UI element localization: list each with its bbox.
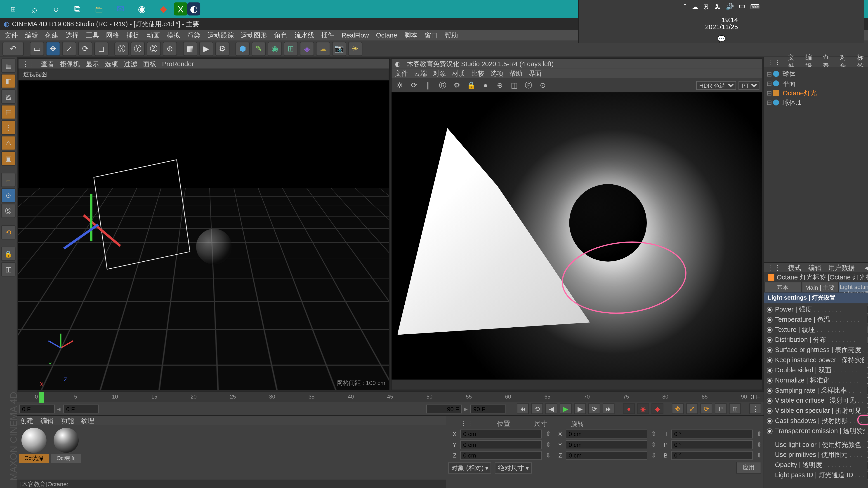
c4d-icon[interactable]: ◐: [187, 2, 200, 15]
material-item[interactable]: Oct镜面: [51, 428, 81, 463]
mail-icon[interactable]: ✉: [110, 0, 131, 18]
menu-item[interactable]: 编辑: [25, 31, 38, 40]
perspective-viewport[interactable]: ⋮⋮ 查看 摄像机 显示 选项 过滤 面板 ProRender 透视视图: [18, 58, 390, 390]
menu-item[interactable]: 工具: [86, 31, 99, 40]
tray-shield-icon[interactable]: ⛨: [703, 3, 710, 10]
menu-item[interactable]: Octane: [376, 32, 397, 39]
coord-field[interactable]: [460, 429, 542, 438]
vp-menu-item[interactable]: 选项: [490, 69, 503, 78]
panel-handle-icon[interactable]: ⋮⋮: [768, 264, 781, 271]
autokey-button[interactable]: ◉: [637, 403, 649, 414]
vp-menu-item[interactable]: 面板: [143, 59, 156, 68]
point-mode-icon[interactable]: ⋮: [1, 121, 16, 135]
checkbox[interactable]: [867, 347, 868, 353]
menu-item[interactable]: 动画: [147, 31, 160, 40]
tray-volume-icon[interactable]: 🔊: [726, 3, 734, 11]
anim-radio[interactable]: [767, 378, 772, 383]
coords-size-dropdown[interactable]: 绝对尺寸 ▾: [495, 462, 532, 473]
anim-radio[interactable]: [767, 367, 772, 373]
materials-menu-item[interactable]: 纹理: [81, 416, 94, 425]
menu-item[interactable]: RealFlow: [342, 32, 369, 39]
goto-end-button[interactable]: ⏭: [602, 403, 615, 414]
number-field[interactable]: [867, 461, 868, 469]
anim-radio[interactable]: [767, 347, 772, 353]
menu-item[interactable]: 渲染: [187, 31, 200, 40]
key-param-button[interactable]: P: [715, 403, 727, 414]
attr-menu-item[interactable]: 模式: [788, 263, 801, 272]
material-item[interactable]: Oct光泽: [19, 428, 49, 463]
keyframe-sel-button[interactable]: ◆: [651, 403, 663, 414]
materials-menu-item[interactable]: 编辑: [40, 416, 54, 425]
kernel-dropdown[interactable]: PT: [739, 80, 759, 90]
select-tool[interactable]: ▭: [30, 41, 44, 56]
start-button[interactable]: ⊞: [2, 0, 24, 18]
menu-item[interactable]: 插件: [321, 31, 334, 40]
checkbox[interactable]: [867, 397, 868, 404]
vp-menu-item[interactable]: 选项: [105, 59, 118, 68]
tree-row[interactable]: ⊟平面✓·: [767, 78, 868, 88]
key-rot-button[interactable]: ⟳: [700, 403, 712, 414]
camera-icon[interactable]: ◫: [508, 79, 520, 91]
light-button[interactable]: ☀: [348, 41, 362, 56]
tree-row[interactable]: ⊟球体✓·: [767, 69, 868, 78]
edge-mode-icon[interactable]: ⧋: [1, 136, 16, 150]
model-mode-icon[interactable]: ◧: [1, 74, 16, 88]
snap-settings-icon[interactable]: Ⓢ: [1, 204, 16, 218]
coord-field[interactable]: [566, 451, 647, 460]
timeline-range-end-field[interactable]: [470, 404, 506, 413]
scale-tool[interactable]: ⤢: [62, 41, 76, 56]
axis-x-toggle[interactable]: Ⓧ: [114, 41, 129, 56]
checkbox[interactable]: [867, 428, 868, 434]
chrome-icon[interactable]: ◉: [131, 0, 153, 18]
materials-menu-item[interactable]: 功能: [61, 416, 74, 425]
add-icon[interactable]: ⊕: [494, 79, 506, 91]
render-view-button[interactable]: ▦: [183, 41, 197, 56]
xbox-icon[interactable]: X: [174, 2, 187, 15]
app-icon[interactable]: ◆: [153, 0, 174, 18]
attr-tab-light[interactable]: Light settings | 灯光设置: [839, 282, 868, 292]
attr-menu-item[interactable]: 编辑: [808, 263, 822, 272]
render-pause-icon[interactable]: ‖: [422, 79, 434, 91]
viewport-solo-icon[interactable]: ◫: [1, 262, 16, 276]
make-editable-icon[interactable]: ▦: [1, 58, 16, 72]
object-name[interactable]: 平面: [781, 79, 868, 88]
vp-menu-item[interactable]: 帮助: [509, 69, 522, 78]
prev-frame-button[interactable]: ◀: [546, 403, 557, 414]
anim-radio[interactable]: [767, 306, 772, 313]
play-button[interactable]: ▶: [560, 403, 572, 414]
menu-item[interactable]: 网格: [106, 31, 119, 40]
anim-radio[interactable]: [767, 408, 772, 414]
sphere-object[interactable]: [196, 229, 232, 265]
viewport-tab[interactable]: 透视视图: [20, 70, 388, 79]
object-tree[interactable]: ⊟球体✓·⊟平面✓·⊟Octane灯光✓·⊟球体.1✓·: [764, 67, 868, 262]
timeline-start-field[interactable]: [19, 404, 55, 413]
coord-field[interactable]: [566, 440, 647, 449]
tray-chevron-icon[interactable]: ˅: [683, 3, 687, 11]
checkbox[interactable]: [867, 377, 868, 384]
next-frame-button[interactable]: ▶: [574, 403, 586, 414]
settings-gear-icon[interactable]: ⚙: [451, 79, 463, 91]
tex-clear-button[interactable]: ▸: [867, 326, 868, 333]
object-name[interactable]: 球体.1: [781, 98, 868, 107]
explorer-icon[interactable]: 🗀: [88, 0, 110, 18]
vp-handle-icon[interactable]: ⋮⋮: [22, 60, 35, 68]
materials-menu-item[interactable]: 创建: [20, 416, 33, 425]
menu-item[interactable]: 模拟: [167, 31, 180, 40]
axis-z-toggle[interactable]: Ⓩ: [147, 41, 161, 56]
menu-item[interactable]: 流水线: [294, 31, 314, 40]
anim-radio[interactable]: [767, 337, 772, 343]
lock-icon[interactable]: 🔒: [1, 247, 16, 261]
coords-head-handle[interactable]: ⋮⋮: [460, 419, 473, 428]
hdr-dropdown[interactable]: HDR 色调: [696, 80, 736, 90]
render-refresh-icon[interactable]: ⟳: [408, 79, 420, 91]
tree-row[interactable]: ⊟Octane灯光✓·: [767, 88, 868, 98]
vp-menu-item[interactable]: 对象: [433, 69, 446, 78]
key-scale-button[interactable]: ⤢: [686, 403, 698, 414]
checkbox[interactable]: [867, 418, 868, 424]
axis-toggle-icon[interactable]: ⌐: [1, 173, 16, 187]
menu-item[interactable]: 角色: [274, 31, 287, 40]
attr-tab-main[interactable]: Main | 主要: [801, 282, 839, 292]
coords-mode-dropdown[interactable]: 对象 (相对) ▾: [448, 462, 491, 473]
vp-menu-item[interactable]: 比较: [471, 69, 485, 78]
render-picture-button[interactable]: ▶: [199, 41, 213, 56]
